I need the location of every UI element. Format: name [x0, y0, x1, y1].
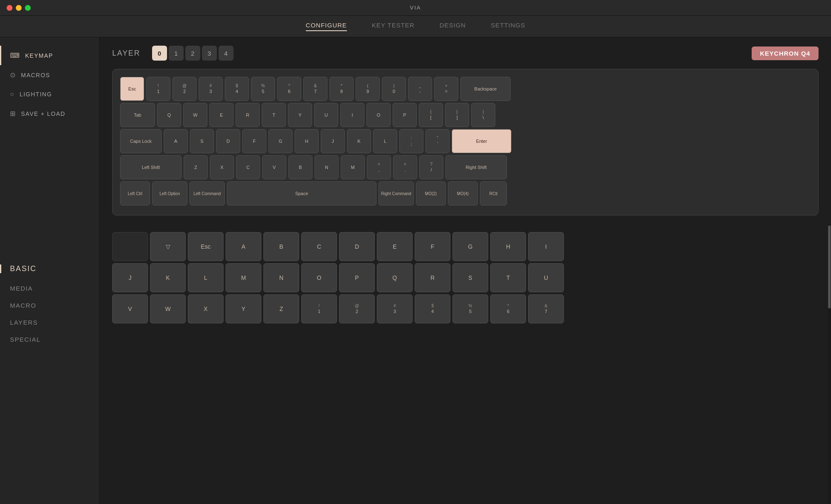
- key-pick-f[interactable]: F: [415, 232, 450, 261]
- key-pick-n[interactable]: N: [263, 263, 299, 292]
- key-rbracket[interactable]: }]: [445, 103, 469, 127]
- key-2[interactable]: @2: [172, 77, 197, 101]
- key-a[interactable]: A: [164, 129, 188, 153]
- key-pick-y[interactable]: Y: [226, 294, 261, 323]
- key-esc[interactable]: Esc: [120, 77, 144, 101]
- key-9[interactable]: (9: [356, 77, 380, 101]
- key-mo4[interactable]: MO(4): [448, 181, 478, 206]
- key-0[interactable]: )0: [382, 77, 406, 101]
- key-pick-trns[interactable]: ▽: [150, 232, 186, 261]
- key-x[interactable]: X: [210, 155, 234, 179]
- key-3[interactable]: #3: [199, 77, 223, 101]
- key-6[interactable]: ^6: [277, 77, 301, 101]
- key-f[interactable]: F: [242, 129, 266, 153]
- sidebar-item-keymap[interactable]: ⌨ KEYMAP: [0, 46, 99, 65]
- key-h[interactable]: H: [295, 129, 319, 153]
- key-pick-l[interactable]: L: [188, 263, 224, 292]
- key-pick-d[interactable]: D: [339, 232, 375, 261]
- scrollbar-thumb[interactable]: [828, 225, 831, 308]
- key-backslash[interactable]: |\: [471, 103, 495, 127]
- key-p[interactable]: P: [393, 103, 417, 127]
- scrollbar[interactable]: [828, 224, 831, 504]
- key-comma[interactable]: <,: [367, 155, 391, 179]
- maximize-button[interactable]: [25, 5, 31, 11]
- key-d[interactable]: D: [216, 129, 240, 153]
- sidebar-bottom-item-macro[interactable]: MACRO: [0, 297, 99, 314]
- key-pick-esc[interactable]: Esc: [188, 232, 224, 261]
- sidebar-item-macros[interactable]: ⊙ MACROS: [0, 65, 99, 85]
- key-rctl[interactable]: RCtl: [480, 181, 507, 206]
- sidebar-bottom-item-special[interactable]: SPECIAL: [0, 331, 99, 348]
- key-pick-c[interactable]: C: [301, 232, 337, 261]
- key-pick-z[interactable]: Z: [263, 294, 299, 323]
- key-lbracket[interactable]: {[: [419, 103, 443, 127]
- key-pick-amp[interactable]: &7: [528, 294, 564, 323]
- key-b[interactable]: B: [288, 155, 312, 179]
- key-space[interactable]: Space: [227, 181, 376, 206]
- key-z[interactable]: Z: [184, 155, 208, 179]
- sidebar-bottom-item-layers[interactable]: LAYERS: [0, 314, 99, 331]
- key-pick-b[interactable]: B: [263, 232, 299, 261]
- sidebar-item-save-load[interactable]: ⊞ SAVE + LOAD: [0, 104, 99, 123]
- key-k[interactable]: K: [347, 129, 371, 153]
- tab-configure[interactable]: CONFIGURE: [306, 22, 347, 31]
- key-left-option[interactable]: Left Option: [152, 181, 187, 206]
- key-pick-exclaim[interactable]: !1: [301, 294, 337, 323]
- key-7[interactable]: &7: [303, 77, 327, 101]
- key-pick-k[interactable]: K: [150, 263, 186, 292]
- key-pick-u[interactable]: U: [528, 263, 564, 292]
- key-quote[interactable]: "': [425, 129, 450, 153]
- tab-key-tester[interactable]: KEY TESTER: [372, 22, 415, 31]
- layer-btn-1[interactable]: 1: [169, 46, 184, 61]
- key-mo2[interactable]: MO(2): [416, 181, 446, 206]
- key-v[interactable]: V: [262, 155, 286, 179]
- key-pick-percent[interactable]: %5: [452, 294, 488, 323]
- minimize-button[interactable]: [16, 5, 22, 11]
- key-pick-g[interactable]: G: [452, 232, 488, 261]
- key-tab[interactable]: Tab: [120, 103, 155, 127]
- key-pick-a[interactable]: A: [226, 232, 261, 261]
- key-w[interactable]: W: [183, 103, 207, 127]
- key-left-command[interactable]: Left Command: [189, 181, 225, 206]
- key-o[interactable]: O: [366, 103, 391, 127]
- layer-btn-4[interactable]: 4: [219, 46, 234, 61]
- key-pick-empty[interactable]: [112, 232, 148, 261]
- key-pick-caret[interactable]: ^6: [490, 294, 526, 323]
- key-left-shift[interactable]: Left Shift: [120, 155, 182, 179]
- tab-design[interactable]: DESIGN: [440, 22, 466, 31]
- key-equals[interactable]: +=: [434, 77, 458, 101]
- close-button[interactable]: [7, 5, 12, 11]
- key-r[interactable]: R: [236, 103, 260, 127]
- key-q[interactable]: Q: [157, 103, 181, 127]
- key-pick-p[interactable]: P: [339, 263, 375, 292]
- key-pick-j[interactable]: J: [112, 263, 148, 292]
- key-pick-r[interactable]: R: [415, 263, 450, 292]
- key-pick-at[interactable]: @2: [339, 294, 375, 323]
- layer-btn-0[interactable]: 0: [152, 46, 167, 61]
- key-pick-dollar[interactable]: $4: [415, 294, 450, 323]
- key-pick-w[interactable]: W: [150, 294, 186, 323]
- key-period[interactable]: >.: [393, 155, 417, 179]
- key-n[interactable]: N: [315, 155, 339, 179]
- key-semicolon[interactable]: :;: [399, 129, 423, 153]
- tab-settings[interactable]: SETTINGS: [491, 22, 525, 31]
- key-pick-h[interactable]: H: [490, 232, 526, 261]
- key-j[interactable]: J: [321, 129, 345, 153]
- layer-btn-2[interactable]: 2: [185, 46, 200, 61]
- sidebar-bottom-item-media[interactable]: MEDIA: [0, 280, 99, 297]
- key-s[interactable]: S: [190, 129, 214, 153]
- key-pick-v[interactable]: V: [112, 294, 148, 323]
- key-5[interactable]: %5: [251, 77, 275, 101]
- layer-btn-3[interactable]: 3: [202, 46, 217, 61]
- key-right-shift[interactable]: Right Shift: [445, 155, 507, 179]
- key-i[interactable]: I: [340, 103, 364, 127]
- key-t[interactable]: T: [262, 103, 286, 127]
- key-1[interactable]: !1: [146, 77, 170, 101]
- key-pick-o[interactable]: O: [301, 263, 337, 292]
- key-g[interactable]: G: [268, 129, 293, 153]
- key-pick-m[interactable]: M: [226, 263, 261, 292]
- sidebar-item-lighting[interactable]: ○ LIGHTING: [0, 85, 99, 104]
- key-pick-t[interactable]: T: [490, 263, 526, 292]
- key-pick-s[interactable]: S: [452, 263, 488, 292]
- key-pick-e[interactable]: E: [377, 232, 413, 261]
